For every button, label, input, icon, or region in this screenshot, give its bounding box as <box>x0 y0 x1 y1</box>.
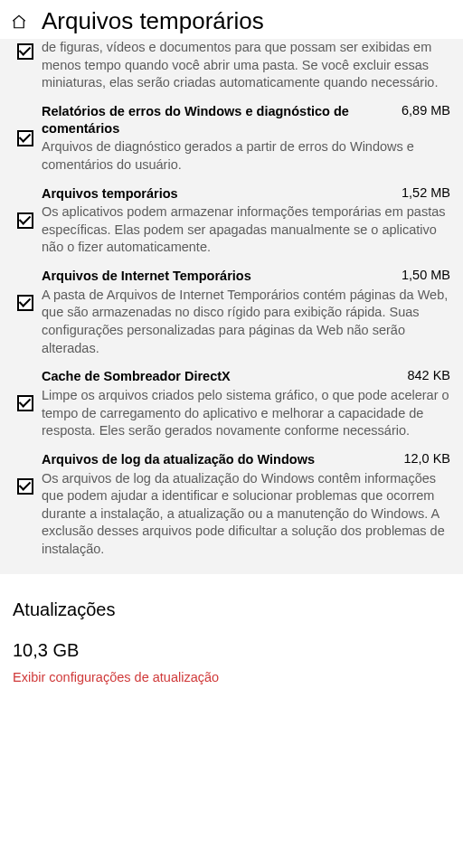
item-checkbox[interactable] <box>17 43 33 60</box>
updates-size: 10,3 GB <box>13 640 450 661</box>
item-checkbox[interactable] <box>17 395 33 411</box>
updates-heading: Atualizações <box>13 599 450 620</box>
item-size: 12,0 KB <box>403 451 450 466</box>
item-title: Arquivos de log da atualização do Window… <box>42 451 315 468</box>
list-item: Relatórios de erros do Windows e diagnós… <box>9 92 454 175</box>
item-desc: A pasta de Arquivos de Internet Temporár… <box>42 287 450 357</box>
list-item: de figuras, vídeos e documentos para que… <box>9 39 454 92</box>
item-size: 6,89 MB <box>402 103 450 118</box>
item-checkbox[interactable] <box>17 130 33 146</box>
item-checkbox[interactable] <box>17 212 33 229</box>
item-size: 1,52 MB <box>402 185 450 200</box>
updates-section: Atualizações 10,3 GB Exibir configuraçõe… <box>0 574 463 703</box>
page-title: Arquivos temporários <box>42 7 264 35</box>
list-item: Arquivos de log da atualização do Window… <box>9 440 454 559</box>
header: Arquivos temporários <box>0 0 463 39</box>
item-desc: Os arquivos de log da atualização do Win… <box>42 470 450 559</box>
item-title: Arquivos temporários <box>42 185 178 203</box>
list-item: Arquivos temporários 1,52 MB Os aplicati… <box>9 175 454 258</box>
home-icon[interactable] <box>11 14 27 30</box>
item-title: Arquivos de Internet Temporários <box>42 268 251 285</box>
updates-settings-link[interactable]: Exibir configurações de atualização <box>13 670 450 684</box>
item-desc: de figuras, vídeos e documentos para que… <box>42 39 450 92</box>
item-size: 1,50 MB <box>402 268 450 282</box>
temp-files-list: de figuras, vídeos e documentos para que… <box>0 39 463 574</box>
list-item: Arquivos de Internet Temporários 1,50 MB… <box>9 257 454 357</box>
item-desc: Os aplicativos podem armazenar informaçõ… <box>42 203 450 257</box>
item-title: Cache de Sombreador DirectX <box>42 368 231 385</box>
item-title: Relatórios de erros do Windows e diagnós… <box>42 103 389 137</box>
item-size: 842 KB <box>407 368 450 382</box>
item-desc: Arquivos de diagnóstico gerados a partir… <box>42 138 450 174</box>
list-item: Cache de Sombreador DirectX 842 KB Limpe… <box>9 357 454 440</box>
item-desc: Limpe os arquivos criados pelo sistema g… <box>42 387 450 440</box>
item-checkbox[interactable] <box>17 295 33 311</box>
item-checkbox[interactable] <box>17 478 33 495</box>
